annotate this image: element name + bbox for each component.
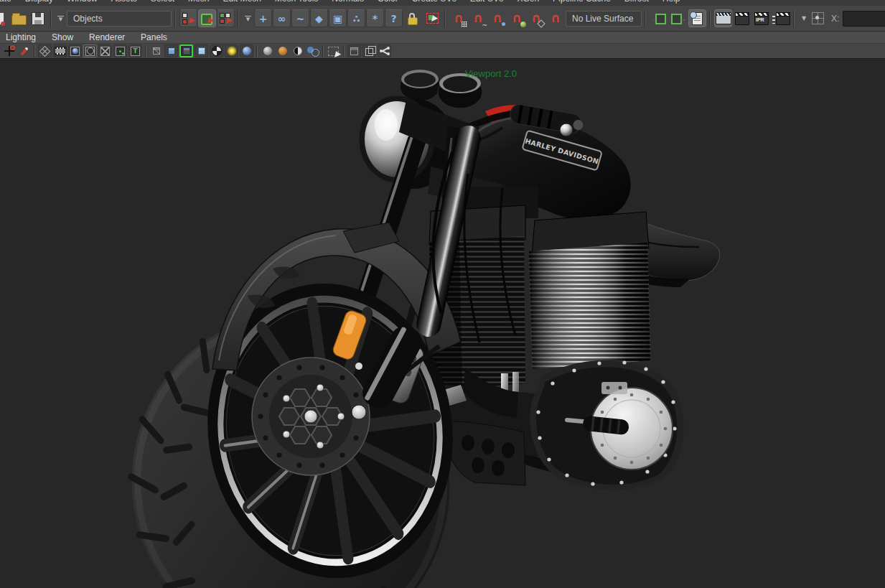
paintbrush-icon [20,47,28,56]
textured-mode-button[interactable] [179,45,193,57]
menu-item-create-uvs[interactable]: Create UVs [412,0,456,4]
menu-item-pipeline-cache[interactable]: Pipeline Cache [553,0,611,4]
live-surface-field[interactable]: No Live Surface [566,11,642,27]
exposure-button[interactable] [291,45,304,57]
scene-cube-icon [350,47,358,55]
scene-view-button[interactable] [347,45,361,57]
new-scene-icon [0,12,4,25]
motion-blur-icon [278,47,287,55]
snap-to-points-button[interactable]: ∩ [488,9,507,28]
paint-select-button[interactable] [17,45,31,57]
snap-to-projected-center-button[interactable]: ∩ [507,9,526,28]
menu-item-display[interactable]: Display [25,0,53,4]
ambient-occlusion-button[interactable] [261,45,274,57]
menu-item-normals[interactable]: Normals [332,0,364,4]
lighting-toggle-button[interactable] [225,45,238,57]
wireframe-mode-button[interactable] [149,45,163,57]
select-by-component-button[interactable] [217,9,235,27]
open-folder-icon [11,15,27,25]
snap-to-curves-button[interactable]: ∩~ [469,9,487,28]
viewport-canvas[interactable]: HARLEY DAVIDSON [0,59,885,588]
coordinate-entry-mode-button[interactable] [810,9,825,28]
motion-blur-button[interactable] [276,45,289,57]
open-scene-button[interactable] [9,9,28,28]
input-connections-button[interactable]: → [650,9,668,28]
select-handles-button[interactable]: + [254,9,272,27]
open-render-view-button[interactable] [714,9,732,27]
x-coordinate-input[interactable] [843,11,885,27]
panel-layout-button[interactable] [362,45,376,57]
safe-title-button[interactable]: T [128,45,142,57]
render-settings-icon [776,15,790,25]
selection-mode-dropdown[interactable]: Objects [67,11,172,27]
shaded-mode-button[interactable] [164,45,178,57]
highlight-selection-button[interactable] [423,9,441,28]
menu-item-assets[interactable]: Assets [111,0,137,4]
point-accessory-icon [502,22,505,26]
select-misc-button[interactable]: ? [385,9,403,27]
lock-icon [408,17,418,25]
grid-toggle-button[interactable] [38,45,52,57]
select-joints-button[interactable]: ∞ [273,9,291,27]
isolate-select-icon [328,47,339,56]
field-chart-button[interactable] [98,45,112,57]
gate-mask-button[interactable] [83,45,97,57]
panel-menu-show[interactable]: Show [52,32,73,42]
film-gate-button[interactable] [53,45,67,57]
select-deformations-button[interactable]: ▣ [329,9,347,27]
select-rendering-button[interactable]: * [366,9,384,27]
save-scene-button[interactable] [29,9,47,28]
resolution-gate-icon [70,47,80,56]
shadows-toggle-button[interactable] [240,45,253,57]
isolate-select-button[interactable] [327,45,340,57]
coord-entry-dropdown[interactable]: ▼ [798,9,810,28]
select-camera-button[interactable] [2,45,16,57]
select-surfaces-button[interactable]: ◆ [310,9,328,27]
viewport-3d[interactable]: HARLEY DAVIDSON [0,59,885,588]
new-scene-button[interactable] [0,9,9,28]
collapse-handle[interactable]: ▼ [55,10,66,27]
safe-action-button[interactable] [113,45,127,57]
separator [791,10,797,27]
output-connections-button[interactable]: → [669,9,688,28]
make-object-live-button[interactable]: ∩ [546,9,565,28]
lock-selection-button[interactable] [403,9,422,28]
select-by-object-button[interactable] [198,9,216,27]
snap-to-grids-button[interactable]: ∩ [449,9,468,28]
output-connection-icon: → [670,13,686,24]
use-all-lights-button[interactable] [195,45,208,57]
textured-cube-icon [183,47,190,55]
menu-item-edit-uvs[interactable]: Edit UVs [470,0,504,4]
menu-item-create-partial[interactable]: ate [0,0,11,4]
menu-item-xgen[interactable]: XGen [517,0,539,4]
menu-item-color[interactable]: Color [378,0,398,4]
select-curves-button[interactable]: ∼ [291,9,309,27]
menu-item-window[interactable]: Window [67,0,98,4]
main-menubar-items: ate Display Window Assets Select Mesh Ed… [0,0,885,4]
resolution-gate-button[interactable] [68,45,82,57]
select-by-hierarchy-button[interactable] [179,9,197,27]
panel-menu-lighting[interactable]: Lighting [6,32,36,42]
share-view-button[interactable] [378,45,391,57]
xray-mode-button[interactable] [306,45,319,57]
snap-to-view-planes-button[interactable]: ∩ [527,9,545,28]
select-dynamics-button[interactable]: ∴ [347,9,365,27]
render-current-frame-button[interactable] [733,9,751,28]
menu-item-select[interactable]: Select [151,0,174,4]
separator [235,10,242,27]
construction-history-button[interactable] [688,9,706,27]
menu-item-edit-mesh[interactable]: Edit Mesh [223,0,261,4]
joints-icon: ∞ [278,14,286,24]
use-default-material-button[interactable] [210,45,223,57]
panel-menu-renderer[interactable]: Renderer [89,32,125,42]
collapse-handle[interactable]: ▼ [243,10,253,27]
render-settings-button[interactable] [772,9,790,28]
menu-item-bifrost[interactable]: Bifrost [624,0,649,4]
ipr-render-button[interactable]: IPR [752,9,771,28]
menu-item-mesh-tools[interactable]: Mesh Tools [275,0,318,4]
safe-title-icon: T [131,47,140,56]
ipr-label: IPR [756,17,764,22]
menu-item-help[interactable]: Help [662,0,680,4]
panel-menu-panels[interactable]: Panels [141,32,167,42]
menu-item-mesh[interactable]: Mesh [188,0,209,4]
